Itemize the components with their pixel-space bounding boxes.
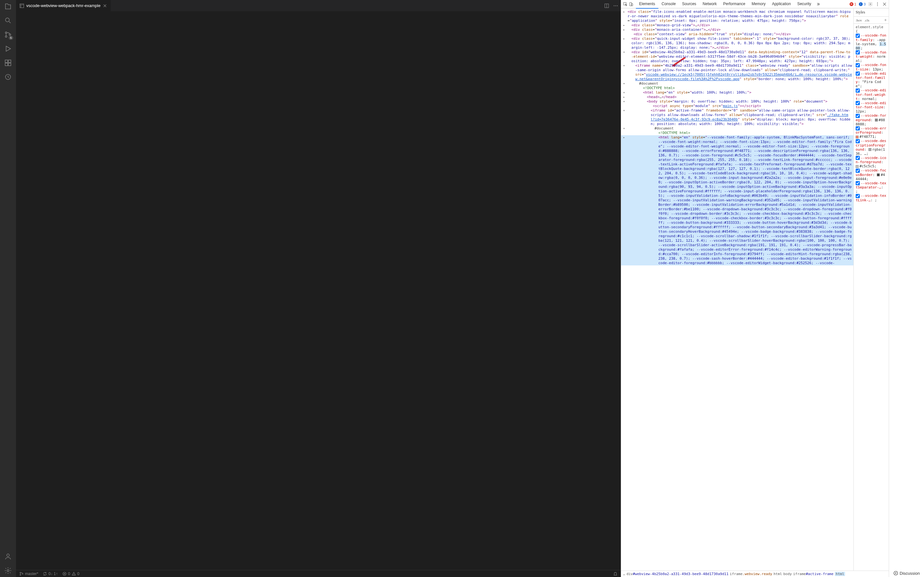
style-property[interactable]: --vscode-font-weight: normal; — [855, 50, 887, 63]
style-property[interactable]: --vscode-icon-foreground: #c5c5c5; — [855, 156, 887, 169]
status-bar: master* 0↓ 1↑ 0 0 — [16, 570, 621, 577]
tab-sources[interactable]: Sources — [679, 0, 699, 9]
svg-point-15 — [617, 5, 618, 6]
svg-rect-6 — [5, 63, 8, 66]
tab-elements[interactable]: Elements — [636, 0, 658, 9]
notifications-icon[interactable] — [613, 572, 618, 576]
devtools-close-icon[interactable] — [882, 2, 887, 6]
style-property[interactable]: --vscode-font-size: 13px; — [855, 63, 887, 71]
svg-point-14 — [615, 5, 616, 6]
svg-point-0 — [5, 18, 9, 22]
branch-status[interactable]: master* — [19, 572, 38, 576]
svg-rect-4 — [5, 60, 8, 63]
right-strip: Discussion — [889, 0, 924, 577]
devtools-toolbar: Elements Console Sources Network Perform… — [621, 0, 889, 8]
style-property[interactable]: --vscode-textSeparator-…: ; — [855, 181, 887, 194]
style-property[interactable]: --vscode-descriptionForeground: rgba(136… — [855, 139, 887, 156]
extra-icon[interactable] — [4, 73, 12, 81]
styles-rules[interactable]: element.style { --vscode-font-family: -a… — [854, 24, 889, 571]
svg-rect-7 — [8, 63, 11, 66]
hov-toggle[interactable]: :hov — [856, 18, 862, 22]
tab-application[interactable]: Application — [769, 0, 794, 9]
tab-bar: vscode-webview-webpack-hmr-example — [16, 0, 621, 11]
style-property[interactable]: --vscode-font-family: -apple-system, 1.5… — [855, 33, 887, 50]
tab-memory[interactable]: Memory — [748, 0, 769, 9]
svg-point-23 — [870, 3, 871, 5]
extensions-icon[interactable] — [4, 59, 12, 67]
style-property[interactable]: --vscode-editor-font-weight: normal; — [855, 88, 887, 101]
svg-point-24 — [877, 2, 878, 3]
svg-point-2 — [5, 36, 7, 37]
devtools-menu-icon[interactable] — [875, 2, 880, 6]
new-style-rule-icon[interactable]: + — [884, 18, 887, 23]
editor-body[interactable] — [16, 11, 621, 570]
editor-tab[interactable]: vscode-webview-webpack-hmr-example — [16, 0, 111, 11]
tab-security[interactable]: Security — [794, 0, 814, 9]
run-debug-icon[interactable] — [4, 45, 12, 53]
warning-count[interactable]: !3 — [859, 2, 866, 6]
svg-point-1 — [5, 32, 7, 34]
inspect-icon[interactable] — [623, 2, 628, 6]
settings-gear-icon[interactable] — [4, 567, 12, 574]
svg-point-13 — [614, 5, 615, 6]
tabs-overflow-icon[interactable] — [816, 2, 820, 6]
sync-status[interactable]: 0↓ 1↑ — [43, 572, 58, 576]
source-control-icon[interactable]: 5 — [4, 31, 12, 39]
svg-rect-11 — [20, 4, 24, 8]
style-property[interactable]: --vscode-errorForeground: #f48771; — [855, 126, 887, 139]
dom-breadcrumbs[interactable]: … div#webview-4b25b0a2-a331-49d3-bee9-48… — [621, 571, 889, 577]
tab-console[interactable]: Console — [658, 0, 679, 9]
split-editor-icon[interactable] — [604, 3, 609, 8]
svg-point-18 — [22, 573, 23, 574]
tab-title: vscode-webview-webpack-hmr-example — [26, 3, 100, 8]
devtools: Elements Console Sources Network Perform… — [621, 0, 889, 577]
more-icon[interactable] — [613, 3, 618, 8]
editor-area: vscode-webview-webpack-hmr-example maste… — [16, 0, 621, 577]
search-icon[interactable] — [4, 17, 12, 24]
close-icon[interactable] — [102, 3, 107, 8]
discussion-button[interactable]: Discussion — [893, 571, 920, 576]
svg-point-10 — [7, 570, 9, 572]
style-property[interactable]: --vscode-textLink-…: ; — [855, 193, 887, 202]
svg-point-17 — [20, 574, 21, 575]
devtools-tabs: Elements Console Sources Network Perform… — [636, 0, 820, 9]
tab-performance[interactable]: Performance — [720, 0, 748, 9]
error-count[interactable]: ✕1 — [850, 2, 856, 6]
svg-point-25 — [877, 3, 878, 4]
activity-bar: 5 — [0, 0, 16, 577]
styles-panel: Styles :hov .cls + element.style { --vsc… — [853, 8, 889, 571]
preview-icon — [19, 3, 24, 8]
accounts-icon[interactable] — [4, 553, 12, 560]
style-property[interactable]: --vscode-editor-font-size: 12px; — [855, 101, 887, 114]
svg-rect-20 — [624, 2, 626, 5]
svg-rect-5 — [8, 60, 11, 63]
device-toggle-icon[interactable] — [629, 2, 633, 6]
style-property[interactable]: --vscode-foreground: #888888; — [855, 113, 887, 126]
svg-point-9 — [7, 554, 9, 556]
style-property[interactable]: --vscode-editor-font-family: "Fira Code"… — [855, 71, 887, 89]
scm-badge: 5 — [9, 36, 13, 40]
svg-point-26 — [877, 5, 878, 6]
svg-point-16 — [20, 572, 21, 573]
problems-status[interactable]: 0 0 — [62, 572, 79, 576]
style-property[interactable]: --vscode-focusBorder: #444444; — [855, 168, 887, 181]
tab-network[interactable]: Network — [699, 0, 720, 9]
dom-tree[interactable]: ▸<div class="file-icons-enabled enable-m… — [621, 8, 853, 571]
styles-tab[interactable]: Styles — [856, 10, 865, 15]
svg-point-3 — [9, 34, 11, 35]
cls-toggle[interactable]: .cls — [865, 18, 869, 22]
explorer-icon[interactable] — [4, 3, 12, 10]
devtools-settings-icon[interactable] — [868, 2, 873, 6]
